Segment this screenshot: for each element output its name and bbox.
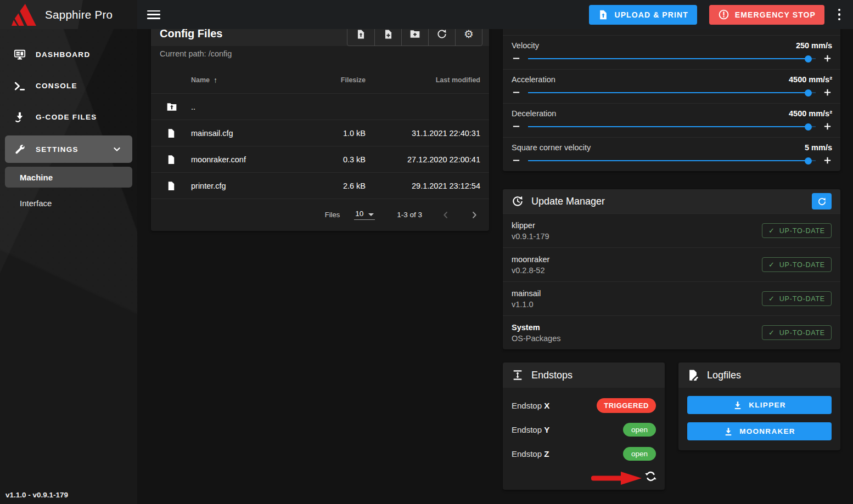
file-name: moonraker.conf	[191, 155, 308, 164]
hamburger-menu-icon[interactable]	[147, 10, 160, 19]
endstop-x-status-badge: TRIGGERED	[597, 398, 656, 413]
file-upload-icon	[356, 29, 366, 39]
update-row-system: System OS-Packages ✓ UP-TO-DATE	[503, 315, 840, 349]
table-row-mainsail-cfg[interactable]: mainsail.cfg 1.0 kB 31.1.2021 22:40:31	[151, 120, 489, 146]
sidebar-item-label: DASHBOARD	[36, 50, 90, 59]
increase-button[interactable]	[823, 156, 832, 165]
top-app-bar: UPLOAD & PRINT EMERGENCY STOP	[137, 0, 853, 29]
file-icon	[166, 180, 176, 191]
next-page-button[interactable]	[469, 210, 479, 220]
slider-thumb[interactable]	[805, 89, 812, 97]
file-size: 0.3 kB	[308, 155, 366, 164]
file-name: ..	[191, 103, 308, 111]
slider-thumb[interactable]	[805, 55, 812, 63]
file-upload-icon	[598, 9, 609, 20]
file-modified: 27.12.2020 22:00:41	[366, 155, 489, 164]
current-path: Current path: /config	[160, 49, 480, 58]
sync-endstops-icon[interactable]	[644, 469, 658, 483]
check-icon: ✓	[768, 226, 775, 235]
check-icon: ✓	[768, 261, 775, 269]
decrease-button[interactable]	[512, 88, 521, 97]
table-row-parent-dir[interactable]: ..	[151, 93, 489, 120]
download-moonraker-log-button[interactable]: MOONRAKER	[687, 422, 832, 440]
machine-limits-panel: Velocity 250 mm/s Acceleration 4500 mm/s…	[503, 11, 840, 171]
mainsail-app: UPLOAD & PRINT EMERGENCY STOP Sapphire P…	[0, 0, 853, 504]
sidebar-nav: DASHBOARD CONSOLE G-CODE FILES SETTINGS	[0, 29, 137, 213]
emergency-stop-button[interactable]: EMERGENCY STOP	[709, 5, 824, 25]
config-files-title: Config Files	[160, 27, 222, 40]
sidebar-item-settings[interactable]: SETTINGS	[5, 135, 132, 163]
table-footer: Files 10 1-3 of 3	[151, 199, 489, 230]
file-plus-icon	[383, 29, 394, 39]
sidebar-item-label: CONSOLE	[36, 82, 77, 90]
acceleration-slider[interactable]	[528, 89, 816, 97]
up-to-date-badge[interactable]: ✓ UP-TO-DATE	[762, 223, 832, 238]
slider-value: 4500 mm/s²	[789, 75, 832, 84]
overflow-menu-icon[interactable]	[832, 8, 846, 22]
table-header: Name ↑ Filesize Last modified	[151, 58, 489, 93]
slider-row-acceleration: Acceleration 4500 mm/s²	[503, 69, 840, 103]
upload-print-button[interactable]: UPLOAD & PRINT	[589, 5, 697, 25]
logfiles-title: Logfiles	[707, 370, 741, 381]
sidebar-item-label: SETTINGS	[36, 145, 78, 154]
increase-button[interactable]	[823, 54, 832, 63]
main-content: Config Files ⚙	[137, 0, 853, 504]
slider-thumb[interactable]	[805, 157, 812, 165]
logfiles-header: Logfiles	[678, 363, 840, 388]
file-size: 1.0 kB	[308, 129, 366, 138]
slider-row-velocity: Velocity 250 mm/s	[503, 35, 840, 69]
deceleration-slider[interactable]	[528, 123, 816, 131]
increase-button[interactable]	[823, 122, 832, 131]
up-to-date-badge[interactable]: ✓ UP-TO-DATE	[762, 257, 832, 272]
up-to-date-badge[interactable]: ✓ UP-TO-DATE	[762, 325, 832, 340]
slider-thumb[interactable]	[805, 123, 812, 131]
sidebar-item-dashboard[interactable]: DASHBOARD	[0, 39, 137, 70]
sidebar-item-gcode-files[interactable]: G-CODE FILES	[0, 101, 137, 133]
slider-label: Acceleration	[512, 75, 555, 84]
slider-row-square-corner-velocity: Square corner velocity 5 mm/s	[503, 137, 840, 171]
sidebar-item-console[interactable]: CONSOLE	[0, 70, 137, 101]
square-corner-velocity-slider[interactable]	[528, 157, 816, 165]
update-row-klipper: klipper v0.9.1-179 ✓ UP-TO-DATE	[503, 213, 840, 247]
file-icon	[166, 128, 176, 139]
sidebar-subitem-interface[interactable]: Interface	[5, 192, 132, 213]
download-icon	[723, 427, 733, 437]
component-name: mainsail	[512, 289, 541, 298]
decrease-button[interactable]	[512, 54, 521, 63]
download-klipper-log-button[interactable]: KLIPPER	[687, 396, 832, 414]
prev-page-button[interactable]	[441, 210, 451, 220]
velocity-slider[interactable]	[528, 55, 816, 63]
app-title: Sapphire Pro	[45, 8, 113, 21]
chevron-down-icon	[111, 144, 122, 155]
increase-button[interactable]	[823, 88, 832, 97]
table-row-printer-cfg[interactable]: printer.cfg 2.6 kB 29.1.2021 23:12:54	[151, 172, 489, 199]
file-name: printer.cfg	[191, 182, 308, 190]
endstop-z-status-badge: open	[623, 447, 656, 461]
file-size: 2.6 kB	[308, 182, 366, 190]
check-updates-button[interactable]	[812, 193, 832, 209]
endstops-header: Endstops	[503, 363, 665, 388]
sidebar: Sapphire Pro DASHBOARD CONSOLE G-CODE FI…	[0, 0, 137, 504]
update-icon	[512, 195, 524, 207]
folder-up-icon	[166, 101, 177, 112]
endstops-panel: Endstops Endstop X TRIGGERED Endstop Y o…	[503, 363, 665, 490]
file-modified: 31.1.2021 22:40:31	[366, 129, 489, 138]
pagination-range: 1-3 of 3	[397, 211, 422, 219]
column-name[interactable]: Name ↑	[191, 76, 308, 84]
decrease-button[interactable]	[512, 156, 521, 165]
decrease-button[interactable]	[512, 122, 521, 131]
table-row-moonraker-conf[interactable]: moonraker.conf 0.3 kB 27.12.2020 22:00:4…	[151, 146, 489, 172]
per-page-select[interactable]: 10	[354, 209, 375, 220]
dashboard-icon	[14, 49, 26, 61]
update-row-moonraker: moonraker v0.2.8-52 ✓ UP-TO-DATE	[503, 247, 840, 281]
emergency-stop-label: EMERGENCY STOP	[735, 10, 816, 19]
endstop-icon	[512, 369, 524, 381]
caret-down-icon	[368, 213, 374, 216]
brand: Sapphire Pro	[0, 0, 137, 29]
console-icon	[14, 80, 26, 92]
up-to-date-badge[interactable]: ✓ UP-TO-DATE	[762, 291, 832, 306]
column-filesize[interactable]: Filesize	[308, 76, 366, 84]
sidebar-subitem-machine[interactable]: Machine	[5, 167, 132, 188]
update-row-mainsail: mainsail v1.1.0 ✓ UP-TO-DATE	[503, 281, 840, 315]
column-last-modified[interactable]: Last modified	[366, 76, 489, 84]
